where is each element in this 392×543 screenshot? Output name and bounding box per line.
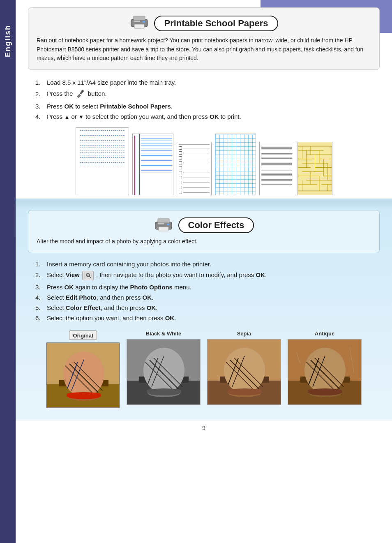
step2-4: Select Edit Photo, and then press OK. [35, 294, 380, 301]
step1-1-text: Load 8.5 x 11"/A4 size paper into the ma… [47, 79, 176, 86]
view-icon [84, 272, 92, 280]
main-content: Printable School Papers Ran out of noteb… [16, 0, 392, 434]
photo-label-bw: Black & White [146, 330, 182, 337]
step1-3-ok: OK [65, 103, 74, 110]
svg-point-82 [227, 388, 262, 393]
section1-title: Printable School Papers [154, 16, 278, 31]
section1-header: Printable School Papers [37, 14, 371, 32]
step2-2-view: View [66, 271, 80, 278]
step2-3-text: Press OK again to display the Photo Opti… [47, 284, 191, 291]
step2-3-ok: OK [65, 284, 74, 291]
step2-4-bold: Edit Photo [66, 294, 97, 301]
step1-4-text: Press ▲ or ▼ to select the option you wa… [47, 113, 241, 120]
tool-icon [76, 89, 85, 99]
step2-5-text: Select Color Effect, and then press OK. [47, 304, 157, 311]
section-divider [16, 199, 392, 210]
photo-label-antique: Antique [315, 330, 334, 337]
svg-point-96 [308, 388, 342, 393]
svg-rect-61 [157, 351, 171, 360]
page-number: 9 [28, 421, 380, 434]
svg-rect-1 [134, 16, 145, 20]
svg-rect-4 [134, 21, 140, 22]
paper-sample-narrow-ruled [132, 134, 173, 195]
step1-4: Press ▲ or ▼ to select the option you wa… [35, 113, 380, 120]
svg-rect-34 [159, 227, 168, 231]
svg-rect-47 [76, 355, 91, 364]
photo-original [46, 342, 120, 408]
svg-rect-36 [158, 223, 164, 224]
step1-3-text: Press OK to select Printable School Pape… [47, 103, 173, 110]
step1-4-ok: OK [210, 113, 219, 120]
svg-rect-5 [77, 94, 81, 98]
photo-label-original: Original [73, 333, 93, 339]
photo-sepia [207, 339, 281, 405]
svg-rect-75 [237, 351, 252, 360]
step2-1-text: Insert a memory card containing your pho… [47, 261, 211, 268]
photo-label-sepia: Sepia [237, 330, 251, 337]
view-icon-badge [82, 271, 94, 280]
photo-bw [127, 339, 201, 405]
arrow-down-icon: ▼ [78, 114, 84, 120]
svg-point-39 [87, 274, 88, 275]
photo-col-original: Original [46, 330, 120, 408]
section2-title: Color Effects [178, 217, 254, 233]
section1-steps: Load 8.5 x 11"/A4 size paper into the ma… [35, 79, 380, 120]
printer-icon [129, 14, 149, 32]
section2-box: Color Effects Alter the mood and impact … [28, 210, 380, 253]
sidebar: English [0, 0, 16, 543]
printer-icon-2 [154, 217, 173, 233]
step2-5-ok: OK [147, 304, 156, 311]
section2-steps: Insert a memory card containing your pho… [35, 261, 380, 321]
photo-col-sepia: Sepia [207, 330, 281, 408]
step2-1: Insert a memory card containing your pho… [35, 261, 380, 268]
paper-sample-wide-ruled [76, 127, 129, 195]
arrow-up-icon: ▲ [65, 114, 70, 120]
paper-sample-maze [297, 142, 332, 195]
section2-header: Color Effects [37, 217, 371, 233]
photo-samples-row: Original [28, 330, 380, 408]
step2-4-text: Select Edit Photo, and then press OK. [47, 294, 153, 301]
step2-3-subject: Photo Options [130, 284, 173, 291]
paper-sample-checklist [177, 142, 212, 195]
step1-2: Press the button. [35, 89, 380, 99]
svg-rect-35 [167, 224, 169, 225]
svg-rect-3 [143, 21, 145, 23]
svg-point-54 [67, 392, 101, 396]
step2-4-ok: OK [143, 294, 152, 301]
svg-point-68 [147, 388, 181, 393]
step2-6: Select the option you want, and then pre… [35, 314, 380, 321]
svg-rect-89 [318, 351, 332, 360]
step1-3: Press OK to select Printable School Pape… [35, 103, 380, 110]
section2-background: Color Effects Alter the mood and impact … [16, 210, 392, 421]
svg-rect-33 [158, 219, 169, 223]
step2-6-ok: OK [165, 314, 175, 321]
section1-description: Ran out of notebook paper for a homework… [37, 36, 371, 63]
photo-col-antique: Antique [288, 330, 362, 408]
paper-sample-music [259, 142, 294, 195]
step2-2-ok: OK [256, 271, 265, 278]
step2-5-bold: Color Effect [66, 304, 101, 311]
paper-samples-row [28, 127, 380, 195]
photo-col-bw: Black & White [127, 330, 201, 408]
section2-description: Alter the mood and impact of a photo by … [37, 237, 371, 246]
section1-box: Printable School Papers Ran out of noteb… [28, 7, 380, 70]
step2-2-text: Select View , then navigate to the photo… [47, 271, 267, 280]
paper-sample-graph [215, 134, 256, 195]
photo-antique [288, 339, 362, 405]
sidebar-label: English [4, 25, 12, 57]
step2-5: Select Color Effect, and then press OK. [35, 304, 380, 311]
step1-3-subject: Printable School Papers [100, 103, 171, 110]
step1-1: Load 8.5 x 11"/A4 size paper into the ma… [35, 79, 380, 86]
step2-3: Press OK again to display the Photo Opti… [35, 284, 380, 291]
step2-6-text: Select the option you want, and then pre… [47, 314, 176, 321]
svg-rect-2 [134, 24, 144, 28]
step2-2: Select View , then navigate to the photo… [35, 271, 380, 280]
step1-2-text: Press the button. [47, 89, 107, 99]
